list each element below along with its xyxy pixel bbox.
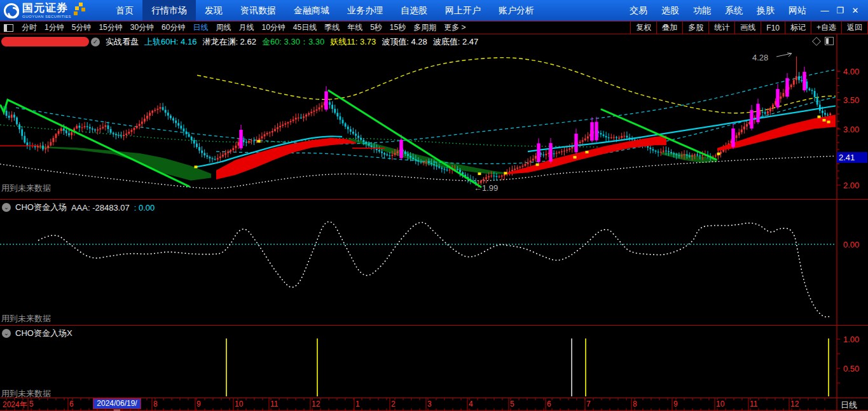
upper-band-yellow bbox=[197, 58, 848, 113]
month-label-0: 5 bbox=[29, 400, 34, 408]
menu-item-8[interactable]: 账户分析 bbox=[490, 0, 543, 21]
month-label-14: 8 bbox=[633, 400, 637, 408]
strong-up-candle bbox=[750, 110, 753, 129]
buy-marker bbox=[586, 151, 589, 153]
menu-item-2[interactable]: 发现 bbox=[196, 0, 231, 21]
bear-band bbox=[348, 138, 506, 174]
strong-up-candle bbox=[574, 134, 577, 152]
strong-up-candle bbox=[756, 104, 759, 122]
restore-button[interactable]: ❐ bbox=[832, 0, 848, 21]
period-item-16[interactable]: 更多 > bbox=[440, 22, 469, 33]
right-menu-item-1[interactable]: 选股 bbox=[654, 0, 686, 21]
right-menu-item-0[interactable]: 交易 bbox=[623, 0, 654, 21]
date-axis[interactable]: 2024年 5689101112123456789101112 2024/06/… bbox=[0, 398, 868, 411]
month-label-11: 5 bbox=[510, 400, 514, 408]
period-item-3[interactable]: 15分钟 bbox=[95, 22, 126, 33]
period-item-10[interactable]: 45日线 bbox=[289, 22, 320, 33]
split-window-icon[interactable] bbox=[4, 24, 13, 32]
period-item-4[interactable]: 30分钟 bbox=[127, 22, 158, 33]
right-menu-item-5[interactable]: 网站 bbox=[782, 0, 813, 21]
toolbar-button-8[interactable]: 返回 bbox=[841, 22, 867, 34]
menu-item-7[interactable]: 网上开户 bbox=[436, 0, 490, 21]
buy-marker bbox=[258, 140, 261, 143]
month-label-15: 9 bbox=[673, 400, 678, 408]
toolbar-buttons: 复权叠加多股统计画线F10标记+自选返回 bbox=[630, 22, 868, 34]
period-item-13[interactable]: 5秒 bbox=[366, 22, 386, 33]
brand-arrow-icon bbox=[75, 6, 79, 10]
period-label: 日线 bbox=[841, 400, 857, 411]
menu-item-0[interactable]: 首页 bbox=[107, 0, 142, 21]
buy-marker bbox=[536, 164, 539, 166]
period-item-2[interactable]: 5分钟 bbox=[68, 22, 95, 33]
toolbar-button-1[interactable]: 叠加 bbox=[656, 22, 682, 34]
future-data-note-main: 用到未来数据 bbox=[1, 183, 51, 194]
right-menu-item-4[interactable]: 换肤 bbox=[750, 0, 782, 21]
right-menu-item-3[interactable]: 系统 bbox=[718, 0, 750, 21]
diamond-icon[interactable] bbox=[812, 36, 821, 45]
month-label-18: 12 bbox=[790, 400, 799, 408]
toolbar-button-6[interactable]: 标记 bbox=[785, 22, 811, 34]
right-menu-item-2[interactable]: 功能 bbox=[686, 0, 718, 21]
menu-item-6[interactable]: 自选股 bbox=[392, 0, 436, 21]
period-item-6[interactable]: 日线 bbox=[189, 22, 212, 33]
right-menu: 交易选股功能系统换肤网站 bbox=[623, 0, 813, 21]
menu-item-4[interactable]: 金融商城 bbox=[285, 0, 338, 21]
toolbar-button-5[interactable]: F10 bbox=[761, 22, 785, 34]
period-item-12[interactable]: 年线 bbox=[343, 22, 366, 33]
indicator-field-5: 波底值: 2.47 bbox=[433, 36, 479, 48]
menu-item-1[interactable]: 行情市场 bbox=[142, 0, 196, 21]
indicator-field-2: 金60: 3.30：3.30 bbox=[262, 36, 324, 48]
toolbar-button-4[interactable]: 画线 bbox=[734, 22, 761, 34]
chart-area: 4.28←1.994.003.503.002.002.410.001.000.5… bbox=[0, 34, 868, 411]
menu-item-3[interactable]: 资讯数据 bbox=[231, 0, 285, 21]
close-button[interactable]: ✕ bbox=[848, 0, 863, 21]
month-label-5: 11 bbox=[270, 400, 278, 408]
minimize-button[interactable]: — bbox=[817, 0, 832, 21]
panel3-layers bbox=[226, 338, 829, 396]
menu-item-5[interactable]: 业务办理 bbox=[338, 0, 392, 21]
period-item-9[interactable]: 10分钟 bbox=[258, 22, 289, 33]
period-item-1[interactable]: 1分钟 bbox=[41, 22, 68, 33]
panel3-collapse-icon[interactable]: ⌄ bbox=[2, 329, 11, 338]
period-item-5[interactable]: 60分钟 bbox=[158, 22, 189, 33]
panel3-title: CHO资金入场X bbox=[15, 328, 72, 339]
main-chart-layers bbox=[0, 57, 848, 188]
period-item-14[interactable]: 15秒 bbox=[386, 22, 410, 33]
period-item-0[interactable]: 分时 bbox=[18, 22, 41, 33]
bull-band bbox=[717, 114, 847, 151]
bear-band bbox=[38, 146, 211, 181]
period-item-7[interactable]: 周线 bbox=[212, 22, 235, 33]
month-label-17: 11 bbox=[750, 400, 757, 408]
month-label-12: 6 bbox=[547, 400, 551, 408]
outer-band-cyan bbox=[16, 67, 848, 144]
period-item-11[interactable]: 季线 bbox=[320, 22, 343, 33]
toolbar-button-3[interactable]: 统计 bbox=[708, 22, 734, 34]
price-axis-label: 2.00 bbox=[843, 181, 859, 190]
toolbar-button-0[interactable]: 复权 bbox=[630, 22, 656, 34]
panel2-aaa-value: : 0.00 bbox=[134, 203, 155, 212]
buy-marker bbox=[818, 116, 821, 118]
strong-up-candle bbox=[590, 122, 593, 141]
period-items: 分时1分钟5分钟15分钟30分钟60分钟日线周线月线10分钟45日线季线年线5秒… bbox=[18, 22, 470, 33]
period-item-8[interactable]: 月线 bbox=[235, 22, 258, 33]
bull-band bbox=[506, 136, 666, 174]
toolbar-button-7[interactable]: +自选 bbox=[811, 22, 841, 34]
indicator-check-icon[interactable]: ✓ bbox=[91, 38, 100, 46]
price-axis-label: 3.00 bbox=[843, 125, 859, 134]
strong-up-candle bbox=[399, 140, 403, 158]
panel2-axis-label: 0.00 bbox=[843, 240, 859, 249]
panel2-collapse-icon[interactable]: ⌄ bbox=[2, 203, 11, 212]
selected-date-badge: 2024/06/19/三 bbox=[93, 398, 141, 409]
year-label: 2024年 bbox=[3, 400, 27, 410]
buy-marker bbox=[827, 121, 830, 123]
toolbar-button-2[interactable]: 多股 bbox=[682, 22, 708, 34]
mid-band-cyan bbox=[216, 95, 848, 164]
axes: 4.003.503.002.002.410.001.000.50 bbox=[0, 34, 868, 411]
top-menu-bar: 国元证券 GUOYUAN SECURITIES 首页行情市场发现资讯数据金融商城… bbox=[0, 0, 868, 21]
high-annotation: 4.28 bbox=[752, 53, 768, 62]
future-data-note-panel2: 用到未来数据 bbox=[1, 313, 51, 324]
chart-canvas[interactable]: 4.28←1.994.003.503.002.002.410.001.000.5… bbox=[0, 34, 868, 411]
period-item-15[interactable]: 多周期 bbox=[410, 22, 440, 33]
buy-marker bbox=[478, 172, 481, 175]
panel-layout-icon[interactable] bbox=[825, 37, 834, 45]
